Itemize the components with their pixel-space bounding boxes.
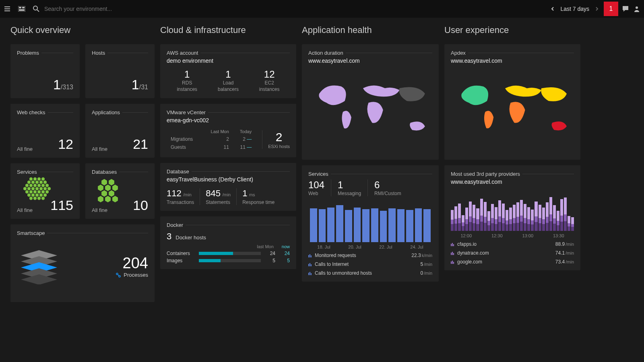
svg-marker-28 [25, 190, 29, 194]
svg-marker-30 [33, 190, 37, 194]
svg-marker-48 [101, 190, 107, 197]
tile-apdex[interactable]: Apdex www.easytravel.com [444, 44, 580, 160]
svg-rect-77 [453, 262, 454, 264]
section-overview-title: Quick overview [10, 25, 155, 35]
tile-databases[interactable]: Databases All fine10 [85, 163, 155, 219]
svg-point-5 [636, 6, 638, 9]
bar [502, 204, 505, 231]
svg-point-4 [33, 6, 37, 10]
bar [451, 210, 454, 231]
tile-database[interactable]: Database easyTravelBusiness (Derby Clien… [160, 163, 296, 211]
tile-hosts[interactable]: Hosts 1/31 [85, 44, 155, 98]
tile-smartscape[interactable]: Smartscape 204 Processes [10, 224, 155, 302]
menu-icon[interactable] [3, 5, 11, 13]
chat-icon[interactable] [621, 5, 630, 13]
tile-vmware[interactable]: VMware vCenter emea-gdn-vc002 Last MonTo… [160, 104, 296, 157]
bar [491, 204, 494, 231]
bar [524, 204, 526, 231]
search-input[interactable] [44, 6, 165, 12]
timerange-label: Last 7 days [560, 6, 589, 12]
world-map [308, 64, 432, 152]
bar [553, 205, 556, 231]
bar [480, 199, 483, 231]
bar [516, 202, 519, 231]
svg-rect-60 [308, 255, 309, 257]
list-item: cfapps.io88.9/min [451, 241, 574, 247]
chevron-right-icon[interactable] [593, 5, 601, 12]
svg-marker-33 [45, 190, 49, 194]
svg-marker-12 [35, 181, 39, 184]
svg-rect-74 [453, 253, 454, 255]
bar [495, 207, 497, 231]
svg-marker-24 [35, 187, 39, 191]
bar [310, 208, 317, 242]
tile-applications[interactable]: Applications All fine21 [85, 104, 155, 158]
tile-docker[interactable]: Docker 3Docker hosts last Monnow Contain… [160, 216, 296, 269]
svg-marker-43 [101, 179, 107, 185]
svg-rect-69 [451, 244, 452, 246]
tile-webchecks[interactable]: Web checks All fine12 [10, 104, 80, 158]
svg-marker-8 [37, 177, 41, 181]
dashboard-grid: Quick overview Problems 1/313 Hosts 1/31… [0, 18, 644, 309]
svg-marker-32 [41, 190, 45, 194]
tile-services[interactable]: Services All fine115 [10, 163, 80, 219]
bar [520, 200, 523, 231]
service-metric: 104Web [308, 179, 331, 196]
aws-metric: 12EC2instances [259, 69, 280, 93]
search-icon[interactable] [32, 5, 40, 13]
svg-rect-62 [311, 255, 312, 257]
svg-marker-18 [37, 184, 41, 187]
bar [535, 202, 537, 231]
tile-providers[interactable]: Most used 3rd party providers www.easytr… [444, 165, 580, 270]
alerts-badge[interactable]: 1 [604, 2, 618, 16]
bar [549, 197, 552, 231]
svg-marker-34 [27, 193, 31, 197]
svg-marker-46 [105, 185, 111, 191]
hexagon-icon [92, 175, 132, 203]
bar [568, 216, 570, 231]
bar [527, 207, 530, 231]
db-metric: 112 /minTransactions [167, 188, 200, 205]
bar [458, 204, 461, 231]
svg-rect-72 [451, 253, 452, 255]
bar [465, 208, 468, 231]
chevron-left-icon[interactable] [549, 5, 556, 12]
svg-marker-6 [29, 177, 33, 181]
svg-marker-49 [109, 190, 114, 197]
bar [509, 208, 512, 231]
svg-marker-31 [37, 190, 41, 194]
bar [454, 206, 457, 231]
svg-rect-71 [453, 244, 454, 246]
svg-marker-23 [31, 187, 35, 191]
user-icon[interactable] [633, 5, 641, 13]
bar [423, 209, 431, 242]
table-row: Guests1111 — [167, 144, 255, 151]
bar [336, 205, 343, 242]
list-item: google.com73.4/min [451, 259, 574, 265]
tile-problems[interactable]: Problems 1/313 [10, 44, 80, 98]
db-metric: 845 /minStatements [206, 188, 237, 205]
bar [362, 209, 369, 242]
dashboard-icon[interactable] [18, 5, 26, 13]
svg-marker-45 [98, 185, 103, 191]
list-item: Monitored requests22.3k/min [308, 253, 432, 258]
bar [542, 208, 545, 231]
bar [473, 205, 475, 231]
svg-marker-21 [23, 187, 27, 191]
tile-aws[interactable]: AWS account demo environment 1RDSinstanc… [160, 44, 296, 98]
bar [388, 208, 396, 242]
bar [406, 210, 413, 242]
timerange-picker[interactable]: Last 7 days [549, 5, 601, 12]
tile-action-duration[interactable]: Action duration www.easytravel.com [302, 44, 439, 160]
svg-marker-50 [98, 196, 103, 202]
svg-rect-70 [452, 243, 453, 246]
svg-rect-65 [311, 264, 312, 266]
bar [345, 210, 352, 242]
svg-marker-20 [45, 184, 49, 187]
docker-metric-row: Containers2424 [167, 251, 290, 256]
svg-marker-29 [29, 190, 33, 194]
bar [557, 211, 559, 231]
section-ux-title: User experience [444, 25, 580, 35]
svg-rect-75 [451, 261, 452, 264]
tile-health-services[interactable]: Services 104Web1Messaging6RMI/Custom 18.… [302, 165, 439, 282]
